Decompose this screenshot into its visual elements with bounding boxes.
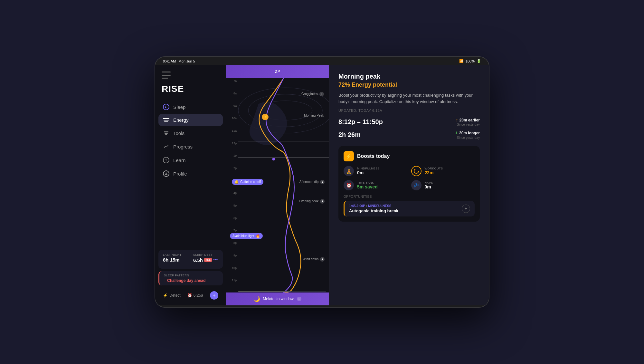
detect-icon: ⚡ (163, 293, 168, 298)
time-11a: 11a (226, 129, 238, 142)
time-8a: 8a (226, 92, 238, 104)
melatonin-label: Melatonin window (263, 297, 293, 301)
sleep-icon (163, 104, 169, 110)
detect-button[interactable]: ⚡ Detect (163, 293, 181, 298)
detail-title: Morning peak (338, 73, 480, 80)
learn-label: Learn (173, 158, 185, 163)
sleep-band-top: Zᶻ (226, 65, 329, 78)
nav-items: Sleep Energy (155, 101, 226, 250)
time-8p: 8p (226, 241, 238, 254)
opportunity-card[interactable]: 1:45-2:00P • MINDFULNESS Autogenic train… (344, 201, 475, 216)
timebank-icon: ⏰ (344, 180, 354, 190)
chart-scroll-area[interactable]: Zᶻ 7a 8a 9a 10a 11a 12p 1p 2p 3p (226, 65, 329, 305)
debt-badge: -0.4 (204, 258, 212, 262)
last-night-label: LAST NIGHT (163, 253, 188, 256)
time-change: ↑ 20m earlier Since yesterday (456, 118, 480, 126)
naps-value: 0m (425, 184, 433, 189)
sidebar-item-sleep[interactable]: Sleep (158, 101, 223, 113)
battery-icon: 🔋 (477, 59, 481, 63)
scroll-track (238, 291, 326, 292)
boost-naps: 💤 NAPS 0m (411, 180, 475, 190)
svg-point-3 (166, 173, 167, 174)
debt-trend-icon: 〜 (213, 257, 218, 263)
svg-rect-0 (164, 131, 168, 132)
sidebar-item-energy[interactable]: Energy (158, 114, 223, 126)
battery-display: 100% (466, 59, 475, 63)
time-range-value: 8:12p – 11:50p (338, 118, 383, 126)
sidebar-toggle-icon[interactable] (162, 72, 171, 79)
sidebar-item-learn[interactable]: ? Learn (158, 154, 223, 167)
progress-icon (163, 143, 169, 150)
up-arrow-icon: ↑ (456, 118, 458, 123)
boosts-card: ⚡ Boosts today 🧘 MINDFULNESS 0m (338, 146, 480, 222)
learn-icon: ? (163, 157, 169, 163)
energy-icon (163, 118, 169, 122)
mindfulness-value: 0m (357, 170, 380, 175)
sleep-stats-panel: LAST NIGHT 8h 15m SLEEP DEBT 6.5h -0.4 〜 (158, 250, 223, 269)
sleep-debt-label: SLEEP DEBT (193, 253, 218, 256)
melatonin-band: 🌙 Melatonin window ℹ (226, 292, 329, 305)
blue-light-label: Avoid blue light 🔥 (230, 233, 263, 239)
sleep-debt-value: 6.5h -0.4 〜 (193, 257, 218, 263)
status-bar: 9:41 AM Mon Jun 5 📶 100% 🔋 (155, 57, 489, 65)
svg-point-11 (414, 169, 419, 173)
wind-down-label: Wind down ℹ (300, 256, 327, 263)
time-5p: 5p (226, 204, 238, 216)
time-10p: 10p (226, 266, 238, 279)
timebank-value: 5m saved (357, 184, 378, 189)
duration-row: 2h 26m + 20m longer Since yesterday (338, 130, 480, 139)
svg-rect-2 (165, 134, 167, 135)
app-title: RISE (155, 84, 226, 101)
energy-potential: 72% Energy potential (338, 81, 480, 88)
current-time-line (238, 157, 329, 158)
time-12p: 12p (226, 142, 238, 154)
sidebar: RISE Sleep Energy (155, 65, 226, 305)
sidebar-item-progress[interactable]: Progress (158, 140, 223, 153)
svg-text:⚡: ⚡ (263, 114, 269, 120)
sidebar-item-tools[interactable]: Tools (158, 127, 223, 139)
boosts-icon: ⚡ (344, 151, 354, 161)
detect-label: Detect (169, 293, 181, 298)
sleep-label: Sleep (173, 104, 185, 110)
workouts-value: 22m (425, 170, 443, 175)
evening-peak-label: Evening peak ℹ (297, 198, 327, 205)
bottom-bar: ⚡ Detect ⏰ 6:25a + (158, 289, 223, 302)
peak-description: Boost your productivity by aligning your… (338, 92, 480, 105)
time-change-sub: Since yesterday (457, 123, 480, 126)
alarm-time[interactable]: ⏰ 6:25a (187, 293, 203, 298)
opportunities-label: OPPORTUNITIES (344, 195, 475, 198)
time-range-row: 8:12p – 11:50p ↑ 20m earlier Since yeste… (338, 118, 480, 126)
workouts-icon (411, 166, 421, 176)
time-2p: 2p (226, 167, 238, 179)
scroll-thumb[interactable] (238, 291, 291, 292)
time-6p: 6p (226, 216, 238, 229)
grogginess-label: Grogginess ℹ (299, 91, 327, 97)
boosts-title: Boosts today (357, 153, 390, 159)
updated-text: UPDATED: TODAY 6:12A (338, 109, 480, 112)
workouts-label: WORKOUTS (425, 167, 443, 170)
duration-change-sub: Since yesterday (457, 136, 480, 139)
plus-icon: + (455, 130, 458, 136)
profile-label: Profile (173, 171, 187, 177)
opportunity-name: Autogenic training break (349, 208, 398, 213)
mindfulness-label: MINDFULNESS (357, 167, 380, 170)
svg-rect-1 (165, 133, 168, 134)
energy-chart-panel: Zᶻ 7a 8a 9a 10a 11a 12p 1p 2p 3p (226, 65, 329, 305)
mindfulness-icon: 🧘 (344, 166, 354, 176)
tools-label: Tools (173, 130, 185, 136)
time-10a: 10a (226, 117, 238, 129)
boost-timebank: ⏰ TIME BANK 5m saved (344, 180, 407, 190)
profile-icon (163, 170, 169, 177)
boosts-grid: 🧘 MINDFULNESS 0m (344, 166, 475, 190)
add-button[interactable]: + (210, 291, 218, 300)
sleep-pattern-label: SLEEP PATTERN (164, 274, 218, 277)
add-opportunity-button[interactable]: + (462, 205, 470, 213)
svg-point-10 (272, 158, 275, 160)
sleep-pattern-value: ↑ Challenge day ahead (164, 278, 218, 283)
duration-value: 2h 26m (338, 131, 361, 139)
sidebar-item-profile[interactable]: Profile (158, 167, 223, 180)
caffeine-label: 🔔 Caffeine cutoff (232, 179, 263, 185)
sleep-pattern-panel: SLEEP PATTERN ↑ Challenge day ahead (158, 271, 223, 285)
time-change-label: 20m earlier (459, 118, 480, 122)
alarm-time-value: 6:25a (194, 293, 203, 298)
